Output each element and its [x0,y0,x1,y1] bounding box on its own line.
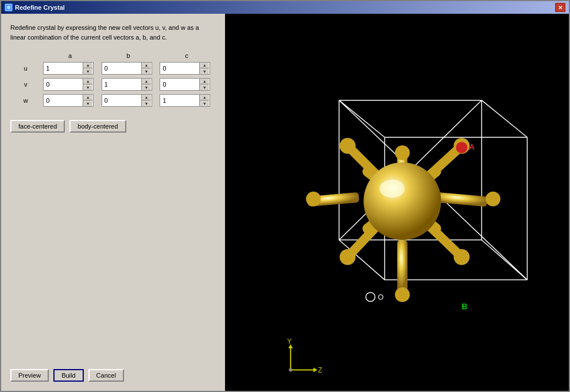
content-area: Redefine crystal by expressing the new c… [1,14,569,391]
spin-up-v-c[interactable]: ▲ [200,79,209,84]
svg-point-32 [453,249,470,265]
spin-up-v-b[interactable]: ▲ [142,79,151,84]
spinner-v-a: ▲ ▼ [43,78,94,91]
spinner-w-b: ▲ ▼ [102,94,152,107]
title-bar-left: Redefine Crystal [5,3,65,11]
spin-down-w-b[interactable]: ▼ [142,100,151,106]
svg-text:Z: Z [318,366,322,374]
spin-up-v-a[interactable]: ▲ [83,79,92,84]
cell-v-b: ▲ ▼ [99,76,158,92]
svg-text:Y: Y [287,337,292,346]
spinner-w-c: ▲ ▼ [160,94,210,107]
spin-buttons-u-a: ▲ ▼ [83,63,92,74]
spin-up-u-b[interactable]: ▲ [142,63,151,68]
spinner-w-a: ▲ ▼ [43,94,94,107]
input-v-c[interactable] [160,80,199,89]
input-v-a[interactable] [44,80,83,89]
svg-point-33 [306,192,321,207]
spin-down-w-a[interactable]: ▼ [83,100,92,106]
svg-point-31 [340,249,356,265]
left-panel: Redefine crystal by expressing the new c… [1,14,225,391]
spinner-v-c: ▲ ▼ [160,78,210,91]
spin-buttons-u-b: ▲ ▼ [141,63,151,74]
cell-u-b: ▲ ▼ [99,60,158,76]
spin-buttons-v-c: ▲ ▼ [199,79,209,90]
spin-buttons-u-c: ▲ ▼ [199,63,209,74]
cancel-button[interactable]: Cancel [88,369,124,382]
table-row: v ▲ ▼ [10,76,216,92]
svg-text:A: A [469,142,475,152]
spin-up-w-c[interactable]: ▲ [200,95,209,100]
svg-point-48 [289,368,292,372]
input-u-b[interactable] [102,64,141,73]
centering-buttons: face-centered body-centered [10,120,216,133]
col-header-b: b [99,51,158,60]
cell-v-c: ▲ ▼ [157,76,216,92]
spin-buttons-w-c: ▲ ▼ [199,95,209,106]
spinner-u-c: ▲ ▼ [160,62,210,75]
title-bar: Redefine Crystal ✕ [1,1,569,14]
description-text: Redefine crystal by expressing the new c… [10,23,216,42]
table-row: w ▲ ▼ [10,92,216,108]
cell-u-a: ▲ ▼ [41,60,99,76]
svg-point-38 [379,180,405,198]
spin-buttons-v-a: ▲ ▼ [83,79,92,90]
cell-v-a: ▲ ▼ [41,76,99,92]
cell-u-c: ▲ ▼ [157,60,216,76]
spin-up-u-a[interactable]: ▲ [83,63,92,68]
svg-point-39 [456,142,467,153]
input-w-c[interactable] [160,96,199,105]
point-b-label: B [462,302,467,311]
main-window: Redefine Crystal ✕ Redefine crystal by e… [0,0,570,392]
origin-label: O [378,293,383,301]
spin-down-v-c[interactable]: ▼ [200,84,209,90]
input-w-a[interactable] [44,96,83,105]
svg-point-35 [395,145,410,160]
input-w-b[interactable] [102,96,141,105]
spin-down-w-c[interactable]: ▼ [200,100,209,106]
svg-rect-20 [397,240,408,291]
input-v-b[interactable] [102,80,141,89]
svg-point-36 [395,288,410,302]
spin-buttons-v-b: ▲ ▼ [141,79,151,90]
viewport-panel: A O B Y Z [225,14,569,391]
cell-w-c: ▲ ▼ [157,92,216,108]
svg-point-37 [363,162,441,240]
spinner-u-b: ▲ ▼ [102,62,152,75]
spinner-u-a: ▲ ▼ [43,62,94,75]
build-button[interactable]: Build [53,369,83,382]
input-u-a[interactable] [44,64,83,73]
spin-up-w-b[interactable]: ▲ [142,95,151,100]
window-title: Redefine Crystal [15,4,65,11]
spin-buttons-w-a: ▲ ▼ [83,95,92,106]
app-icon [5,3,13,11]
spin-buttons-w-b: ▲ ▼ [141,95,151,106]
row-label-u: u [10,60,41,76]
svg-point-1 [7,6,10,9]
body-centered-button[interactable]: body-centered [69,120,126,133]
spin-down-u-a[interactable]: ▼ [83,68,92,74]
spin-down-u-c[interactable]: ▼ [200,68,209,74]
spin-down-u-b[interactable]: ▼ [142,68,151,74]
spin-down-v-a[interactable]: ▼ [83,84,92,90]
title-controls: ✕ [555,3,565,12]
svg-point-29 [340,138,356,154]
svg-point-34 [486,192,501,207]
close-button[interactable]: ✕ [555,3,565,12]
spin-up-u-c[interactable]: ▲ [200,63,209,68]
preview-button[interactable]: Preview [10,369,49,382]
action-buttons: Preview Build Cancel [10,369,216,382]
col-header-c: c [157,51,216,60]
col-header-a: a [41,51,99,60]
matrix-table: a b c u ▲ ▼ [10,51,216,108]
input-u-c[interactable] [160,64,199,73]
spinner-v-b: ▲ ▼ [102,78,152,91]
crystal-viewport: A O B Y Z [225,14,569,391]
face-centered-button[interactable]: face-centered [10,120,65,133]
cell-w-b: ▲ ▼ [99,92,158,108]
row-label-w: w [10,92,41,108]
spin-up-w-a[interactable]: ▲ [83,95,92,100]
cell-w-a: ▲ ▼ [41,92,99,108]
table-row: u ▲ ▼ [10,60,216,76]
spin-down-v-b[interactable]: ▼ [142,84,151,90]
